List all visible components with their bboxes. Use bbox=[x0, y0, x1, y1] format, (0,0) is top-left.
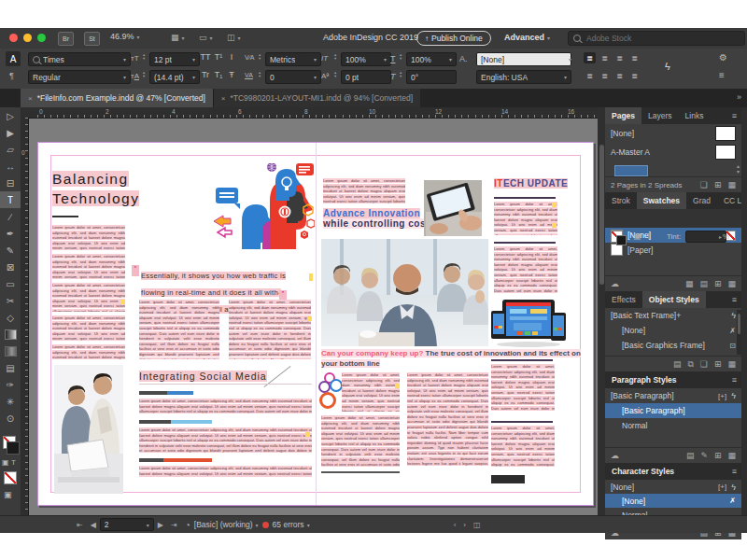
stock-button[interactable]: St bbox=[84, 32, 100, 46]
tab-object-styles[interactable]: Object Styles bbox=[642, 291, 706, 308]
tab-links[interactable]: Links bbox=[679, 107, 711, 124]
content-collector-tool[interactable]: ⊟ bbox=[0, 175, 21, 191]
justify-center-button[interactable]: ≣ bbox=[584, 70, 596, 81]
formatting-affects-container-icon[interactable]: ▣ bbox=[633, 231, 641, 241]
scroll-right-arrow[interactable]: › bbox=[459, 521, 470, 529]
gap-tool[interactable]: ↔ bbox=[0, 158, 21, 175]
panel-menu-icon[interactable]: ≡ bbox=[727, 107, 741, 124]
zoom-level-dropdown[interactable]: 46.9%▾ bbox=[110, 32, 140, 41]
preflight-errors[interactable]: 65 errors bbox=[273, 520, 304, 529]
zoom-tool[interactable]: ⊙ bbox=[0, 410, 21, 427]
tab-stroke[interactable]: Strok bbox=[605, 192, 637, 209]
document-tab-inactive[interactable]: × *TC9980201-LAYOUT-MI1.indd @ 94% [Conv… bbox=[213, 89, 420, 107]
body-text-frame[interactable]: Lorem ipsum dolor sit amet, consectetuer… bbox=[491, 426, 555, 467]
default-style-icon[interactable]: ❏ bbox=[700, 359, 708, 369]
panel-menu-icon[interactable]: ≡ bbox=[727, 291, 741, 308]
apply-none-button[interactable] bbox=[4, 471, 17, 484]
photo-tablet-hands[interactable] bbox=[424, 180, 482, 236]
new-group-folder-icon[interactable]: ▤ bbox=[673, 359, 682, 369]
body-text-frame[interactable]: Lorem ipsum dolor sit amet, consectetuer… bbox=[139, 427, 312, 454]
close-icon[interactable]: × bbox=[221, 94, 226, 103]
swatch-views-icon[interactable]: ▦ bbox=[685, 279, 694, 288]
last-page-button[interactable]: ⇥ bbox=[167, 521, 181, 529]
edit-page-size-icon[interactable]: ❏ bbox=[700, 180, 708, 189]
master-row-a[interactable]: A-Master A bbox=[605, 143, 741, 161]
body-text-frame[interactable]: Lorem ipsum dolor sit amet, consectetuer… bbox=[494, 246, 557, 293]
subscript-button[interactable]: T₁ bbox=[212, 70, 225, 79]
hand-tool[interactable]: ✳ bbox=[0, 393, 21, 410]
body-text-frame[interactable]: Lorem ipsum dolor sit amet, consectetuer… bbox=[491, 364, 555, 411]
paragraph-formatting-toggle[interactable]: ¶ bbox=[9, 71, 14, 80]
stock-search-input[interactable] bbox=[585, 33, 728, 44]
fill-color-swatch[interactable] bbox=[7, 441, 20, 455]
lightning-adobe-sensei-icon[interactable]: ϟ bbox=[665, 61, 670, 72]
all-caps-button[interactable]: TT bbox=[199, 52, 212, 62]
body-text-frame[interactable]: Lorem ipsum dolor sit amet, consectetuer… bbox=[323, 178, 405, 204]
zoom-window-button[interactable] bbox=[37, 34, 46, 42]
body-text-frame[interactable]: Lorem ipsum dolor sit amet, consectetuer… bbox=[52, 283, 125, 312]
paragraph-styles-header[interactable]: Paragraph Styles bbox=[605, 371, 683, 388]
tab-pages[interactable]: Pages bbox=[605, 107, 641, 124]
leading-select[interactable]: (14.4 pt)▾ bbox=[149, 70, 200, 84]
body-text-frame[interactable]: Lorem ipsum dolor sit amet, consectetuer… bbox=[407, 372, 488, 466]
image-devices[interactable] bbox=[491, 298, 566, 350]
tab-cc-libraries[interactable]: CC Li bbox=[717, 192, 741, 209]
scissors-tool[interactable]: ✂ bbox=[0, 292, 21, 309]
justify-right-button[interactable]: ≣ bbox=[599, 70, 611, 81]
previous-page-button[interactable]: ◀ bbox=[87, 521, 100, 529]
skew-stepper[interactable]: ▴▾ bbox=[400, 71, 402, 78]
object-style-row-none[interactable]: [None]✗ bbox=[605, 323, 741, 338]
vertical-scale-select[interactable]: 100%▾ bbox=[341, 52, 391, 66]
body-text-frame[interactable]: Lorem ipsum dolor sit amet, consectetuer… bbox=[321, 415, 400, 468]
next-page-button[interactable]: ▶ bbox=[154, 521, 167, 529]
scroll-left-arrow[interactable]: ‹ bbox=[450, 521, 460, 529]
character-style-select[interactable]: [None] bbox=[476, 52, 571, 66]
pencil-tool[interactable]: ✎ bbox=[0, 242, 21, 259]
heads-illustration[interactable] bbox=[214, 163, 315, 253]
character-style-row-none[interactable]: [None]✗ bbox=[605, 494, 741, 508]
first-page-button[interactable]: ⇤ bbox=[73, 521, 87, 529]
stroke-swatch-proxy[interactable] bbox=[616, 235, 627, 245]
horizontal-ruler[interactable]: 0 2 4 6 8 10 12 14 16 bbox=[21, 107, 598, 119]
font-size-stepper[interactable]: ▴▾ bbox=[143, 53, 145, 61]
font-family-select[interactable]: Times▾ bbox=[28, 52, 131, 66]
spread-thumbnail-selected[interactable] bbox=[614, 165, 648, 176]
vertical-ruler[interactable]: 0 bbox=[21, 118, 29, 515]
delete-page-icon[interactable]: ▦ bbox=[727, 180, 736, 189]
page-tool[interactable]: ▱ bbox=[0, 141, 21, 158]
formatting-affects-text-button[interactable]: T bbox=[11, 458, 16, 467]
frame-tool[interactable]: ⊠ bbox=[0, 259, 21, 275]
horizontal-scale-select[interactable]: 100%▾ bbox=[406, 52, 457, 66]
body-text-frame[interactable]: Lorem ipsum dolor sit amet, consectetuer… bbox=[52, 344, 125, 360]
align-left-button[interactable]: ≣ bbox=[584, 52, 596, 63]
superscript-button[interactable]: T¹ bbox=[212, 52, 225, 62]
align-center-button[interactable]: ≣ bbox=[599, 52, 611, 63]
new-style-icon[interactable]: ⊞ bbox=[714, 451, 722, 460]
panel-menu-icon[interactable]: ≡ bbox=[727, 463, 741, 480]
justify-all-button[interactable]: ≣ bbox=[613, 70, 626, 81]
object-style-row-graphics[interactable]: [Basic Graphics Frame]⊡ bbox=[605, 338, 741, 353]
skew-field[interactable]: 0° bbox=[406, 70, 457, 84]
body-text-frame[interactable]: Lorem ipsum dolor sit amet, consectetuer… bbox=[229, 300, 311, 359]
minimize-window-button[interactable] bbox=[23, 34, 32, 42]
body-text-frame[interactable]: Lorem ipsum dolor sit amet, consectetuer… bbox=[494, 202, 557, 235]
language-select[interactable]: English: USA▾ bbox=[476, 70, 571, 84]
font-style-select[interactable]: Regular▾ bbox=[28, 70, 131, 84]
vertical-scrollbar[interactable] bbox=[598, 107, 605, 515]
gradient-feather-tool[interactable] bbox=[0, 343, 21, 359]
view-options-dropdown[interactable]: ▦▾ bbox=[171, 33, 185, 42]
master-row-none[interactable]: [None] bbox=[605, 124, 741, 143]
tab-swatches[interactable]: Swatches bbox=[637, 192, 686, 209]
font-size-select[interactable]: 12 pt▾ bbox=[149, 52, 200, 66]
close-window-button[interactable] bbox=[9, 34, 18, 42]
body-text-frame[interactable]: Lorem ipsum dolor sit amet, consectetuer… bbox=[139, 466, 312, 477]
color-theme-tool[interactable]: ✑ bbox=[0, 376, 21, 393]
spread-page[interactable]: Balancing Technology Lorem ipsum dolor s… bbox=[37, 142, 594, 506]
chevron-down-icon[interactable]: ▾ bbox=[307, 522, 310, 528]
preflight-profile[interactable]: [Basic] (working) bbox=[194, 520, 253, 529]
scrollbar-thumb[interactable] bbox=[599, 145, 604, 285]
new-page-icon[interactable]: ⊞ bbox=[714, 180, 722, 189]
justify-last-button[interactable]: ≣ bbox=[628, 70, 641, 81]
screen-mode-dropdown[interactable]: ▭▾ bbox=[199, 33, 213, 42]
document-tab-active[interactable]: × *FileInfo.com Example.indd @ 47% [Conv… bbox=[21, 89, 213, 107]
